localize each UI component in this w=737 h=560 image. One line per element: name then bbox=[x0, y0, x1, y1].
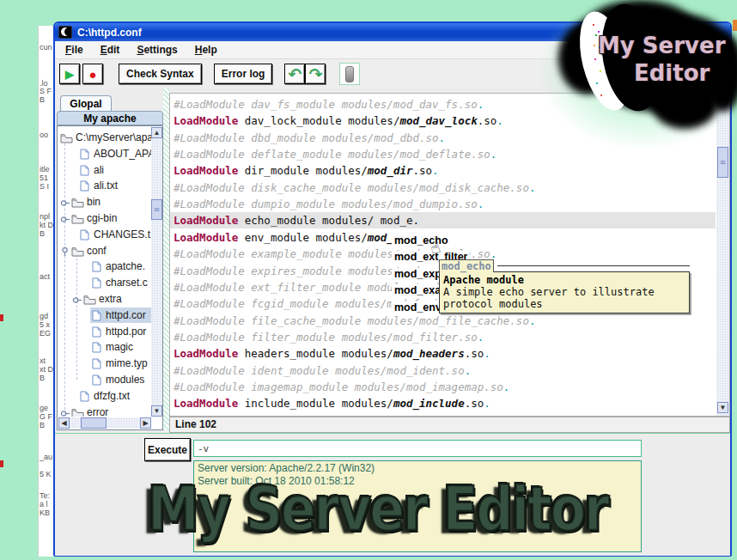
background-text-fragment: Te: bbox=[40, 491, 50, 500]
tree-item-label: ABOUT_APA bbox=[94, 146, 151, 162]
scroll-left-icon[interactable]: ◀ bbox=[58, 417, 70, 429]
status-bar: Line 102 bbox=[169, 417, 730, 433]
background-text-fragment: 5 K bbox=[40, 470, 52, 478]
autocomplete-item-mod_env[interactable]: mod_env bbox=[392, 301, 444, 313]
background-text-fragment: oo bbox=[40, 131, 48, 139]
editor-line: LoadModule echo_module modules/ mod_e. bbox=[174, 212, 419, 228]
tree-item-error[interactable]: error bbox=[58, 405, 151, 417]
menu-help[interactable]: Help bbox=[195, 44, 217, 56]
tree-item-modules[interactable]: modules bbox=[58, 372, 151, 388]
tree-item-extra[interactable]: extra bbox=[58, 291, 151, 307]
tab-glopal[interactable]: Glopal bbox=[60, 95, 112, 112]
undo-button[interactable]: ↶ bbox=[284, 64, 305, 84]
editor-line: #LoadModule disk_cache_module modules/mo… bbox=[174, 180, 535, 196]
app-logo-watermark: My Server Editor bbox=[550, 0, 737, 144]
tree-hscroll-thumb[interactable] bbox=[81, 417, 107, 429]
start-server-button[interactable]: ▶ bbox=[59, 64, 80, 84]
tree-hscrollbar[interactable]: ◀ ▶ bbox=[58, 417, 151, 429]
panel-splitter[interactable] bbox=[163, 88, 169, 430]
background-text-fragment: xt D bbox=[40, 365, 53, 374]
scroll-up-icon[interactable]: ▲ bbox=[151, 127, 162, 138]
background-text-fragment: 5 x bbox=[40, 320, 50, 329]
tree-vscroll-thumb[interactable]: ≡ bbox=[151, 199, 162, 220]
editor-line: LoadModule headers_module modules/mod_he… bbox=[174, 345, 490, 362]
tree-item-conf[interactable]: conf bbox=[58, 243, 151, 259]
tree-item-label: C:\myServer\apa bbox=[76, 130, 151, 146]
app-moon-icon bbox=[58, 26, 72, 39]
check-syntax-button[interactable]: Check Syntax bbox=[119, 64, 202, 84]
server-status-button[interactable] bbox=[339, 63, 360, 85]
tree-item-label: conf bbox=[87, 243, 107, 259]
window-title: C:\httpd.conf bbox=[77, 27, 142, 39]
tree-item-httpd-cor[interactable]: httpd.cor bbox=[58, 307, 151, 324]
background-text-fragment: B bbox=[40, 229, 45, 238]
error-log-button[interactable]: Error log bbox=[214, 64, 273, 84]
tree-item-label: httpd.por bbox=[106, 324, 146, 340]
execute-button[interactable]: Execute bbox=[144, 438, 191, 461]
scroll-right-icon[interactable]: ▶ bbox=[140, 417, 151, 429]
play-icon: ▶ bbox=[65, 68, 74, 81]
tree-item-bin[interactable]: bin bbox=[58, 194, 151, 210]
screen: cun.loS FBooitle51S Inplkt DBactgd5 xEGx… bbox=[0, 0, 737, 560]
module-tooltip: mod_echo Apache module A simple echo ser… bbox=[439, 259, 690, 313]
moon-speckles bbox=[593, 24, 594, 26]
menu-file[interactable]: File bbox=[65, 44, 83, 56]
autocomplete-item-mod_exa[interactable]: mod_exa bbox=[392, 284, 443, 296]
stop-server-button[interactable]: ● bbox=[82, 64, 103, 84]
background-text-fragment: a l bbox=[40, 500, 48, 508]
editor-line: LoadModule dav_lock_module modules/mod_d… bbox=[174, 113, 503, 129]
command-input[interactable] bbox=[193, 440, 642, 457]
logo-text-line1: My Server bbox=[598, 33, 725, 58]
background-text-fragment: _au bbox=[40, 453, 52, 461]
editor-line: #LoadModule file_cache_module modules/mo… bbox=[174, 313, 535, 329]
scroll-down-icon[interactable]: ▼ bbox=[717, 402, 728, 413]
scroll-down-icon[interactable]: ▼ bbox=[151, 405, 162, 417]
tab-my-apache[interactable]: My apache bbox=[57, 111, 163, 125]
expand-handle-icon[interactable] bbox=[60, 407, 70, 417]
tree-item-ali[interactable]: ali bbox=[58, 162, 151, 179]
tooltip-body: A simple echo server to illustrate proto… bbox=[443, 286, 685, 310]
tree-item-label: modules bbox=[106, 372, 144, 388]
tree-item-label: extra bbox=[99, 291, 122, 307]
editor-line: #LoadModule imagemap_module modules/mod_… bbox=[174, 379, 509, 395]
menu-edit[interactable]: Edit bbox=[100, 44, 120, 56]
tree-item-label: error bbox=[87, 405, 108, 417]
redo-button[interactable]: ↷ bbox=[305, 64, 326, 84]
autocomplete-item-mod_exp[interactable]: mod_exp bbox=[392, 268, 444, 280]
editor-vscroll-thumb[interactable]: ≡ bbox=[717, 147, 728, 178]
tree-item-label: ali.txt bbox=[94, 178, 118, 194]
tree-item-dfzfg-txt[interactable]: dfzfg.txt bbox=[58, 388, 151, 405]
tree-vscrollbar[interactable]: ▲ ≡ ▼ bbox=[151, 127, 162, 417]
tree-item-about-apa[interactable]: ABOUT_APA bbox=[58, 146, 151, 162]
tree-item-httpd-por[interactable]: httpd.por bbox=[58, 324, 151, 340]
file-tree[interactable]: C:\myServer\apaABOUT_APAaliali.txtbincgi… bbox=[58, 127, 151, 417]
background-text-fragment: B bbox=[40, 95, 45, 104]
background-text-fragment: 51 bbox=[40, 173, 48, 182]
tree-item-label: apatche. bbox=[106, 259, 145, 275]
stop-icon: ● bbox=[88, 67, 96, 82]
editor-line: LoadModule dir_module modules/mod_dir.so… bbox=[174, 162, 439, 179]
tree-item-c-myserver-apa[interactable]: C:\myServer\apa bbox=[58, 130, 151, 146]
tree-item-label: bin bbox=[87, 194, 100, 210]
tree-item-label: ali bbox=[94, 162, 104, 179]
editor-line: #LoadModule dumpio_module modules/mod_du… bbox=[174, 196, 484, 212]
tree-item-ali-txt[interactable]: ali.txt bbox=[58, 178, 151, 194]
tree-item-mime-typ[interactable]: mime.typ bbox=[58, 356, 151, 372]
tree-item-label: charset.c bbox=[106, 275, 148, 291]
tree-item-cgi-bin[interactable]: cgi-bin bbox=[58, 210, 151, 227]
tree-item-magic[interactable]: magic bbox=[58, 339, 151, 356]
background-text-fragment: EG bbox=[40, 329, 51, 338]
background-text-fragment: G F bbox=[40, 412, 52, 421]
tree-item-charset-c[interactable]: charset.c bbox=[58, 275, 151, 291]
background-text-fragment: KB bbox=[40, 508, 50, 517]
background-text-fragment: S I bbox=[40, 182, 49, 191]
editor-line: #LoadModule dbd_module modules/mod_dbd.s… bbox=[174, 130, 445, 146]
tree-item-changes-t[interactable]: CHANGES.t bbox=[58, 227, 151, 243]
file-tree-panel: C:\myServer\apaABOUT_APAaliali.txtbincgi… bbox=[57, 125, 163, 430]
autocomplete-item-mod_echo[interactable]: mod_echo bbox=[392, 234, 451, 247]
background-text-fragment: kt D bbox=[40, 221, 53, 229]
tree-item-apatche-[interactable]: apatche. bbox=[58, 259, 151, 275]
background-window-sliver: cun.loS FBooitle51S Inplkt DBactgd5 xEGx… bbox=[38, 26, 54, 557]
menu-settings[interactable]: Settings bbox=[137, 44, 177, 56]
server-icon bbox=[345, 66, 354, 82]
